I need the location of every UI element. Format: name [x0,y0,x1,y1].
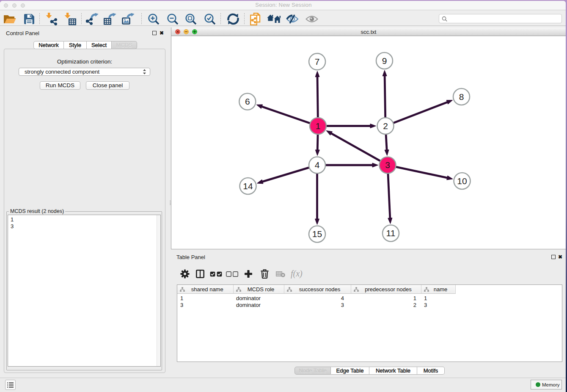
svg-text:14: 14 [243,181,253,191]
svg-text:4: 4 [315,160,320,170]
svg-text:10: 10 [457,176,467,186]
svg-text:15: 15 [312,229,322,239]
svg-text:1: 1 [316,121,321,131]
svg-text:8: 8 [459,92,464,102]
svg-text:2: 2 [383,121,388,131]
svg-text:9: 9 [382,56,387,66]
svg-text:11: 11 [386,228,396,238]
svg-text:3: 3 [385,160,390,170]
svg-text:7: 7 [315,57,320,66]
svg-text:6: 6 [245,97,250,106]
